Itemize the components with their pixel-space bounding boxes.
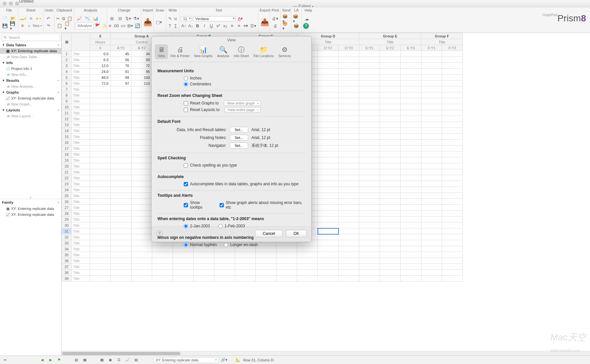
cell[interactable] bbox=[442, 240, 463, 246]
highlight-icon[interactable]: ▬▾ bbox=[20, 15, 27, 22]
cell[interactable] bbox=[380, 92, 401, 98]
cell[interactable] bbox=[131, 181, 152, 187]
cell[interactable] bbox=[442, 86, 463, 92]
row-title[interactable]: Title bbox=[72, 104, 90, 110]
cell[interactable] bbox=[339, 211, 359, 216]
cell[interactable] bbox=[442, 252, 463, 258]
cell[interactable] bbox=[152, 75, 173, 80]
row-title[interactable]: Title bbox=[72, 228, 90, 234]
view2-icon[interactable]: ▦ bbox=[82, 357, 88, 363]
font-color-icon[interactable]: A▾ bbox=[237, 15, 244, 22]
cell[interactable] bbox=[276, 169, 297, 175]
cell[interactable] bbox=[256, 151, 276, 157]
cell[interactable] bbox=[318, 199, 339, 205]
cell[interactable]: 6.0 bbox=[90, 57, 111, 63]
cell[interactable] bbox=[297, 258, 318, 264]
cell[interactable] bbox=[297, 69, 318, 75]
col-delete-icon[interactable]: ⊟ bbox=[117, 15, 124, 22]
cell[interactable] bbox=[194, 98, 214, 104]
cell[interactable] bbox=[152, 146, 173, 151]
cell[interactable] bbox=[173, 175, 194, 181]
cell[interactable] bbox=[318, 240, 339, 246]
cell[interactable] bbox=[131, 175, 152, 181]
cell[interactable] bbox=[297, 98, 318, 104]
cell[interactable] bbox=[359, 276, 380, 282]
row-number[interactable]: 2 bbox=[62, 57, 72, 63]
cell[interactable] bbox=[214, 276, 235, 282]
cell[interactable] bbox=[90, 240, 111, 246]
cell[interactable] bbox=[256, 169, 276, 175]
row-title[interactable]: Title bbox=[72, 98, 90, 104]
cell[interactable] bbox=[318, 175, 339, 181]
row-number[interactable]: 18 bbox=[62, 151, 72, 157]
cell[interactable] bbox=[90, 151, 111, 157]
cell[interactable] bbox=[359, 187, 380, 193]
cell[interactable] bbox=[318, 234, 339, 240]
pencil-icon[interactable]: ✎ bbox=[168, 15, 172, 22]
cell[interactable] bbox=[256, 175, 276, 181]
minimize-icon[interactable] bbox=[9, 2, 13, 6]
cell[interactable] bbox=[194, 140, 214, 146]
cell[interactable] bbox=[90, 205, 111, 211]
cell[interactable] bbox=[401, 98, 421, 104]
cell[interactable] bbox=[359, 205, 380, 211]
help-cloud-icon[interactable]: ☁ bbox=[303, 16, 310, 22]
cell[interactable] bbox=[421, 104, 442, 110]
cell[interactable] bbox=[297, 104, 318, 110]
mode3-icon[interactable]: ☰ bbox=[116, 357, 122, 363]
cell[interactable] bbox=[380, 75, 401, 80]
family-item-2[interactable]: 📈XY: Entering replicate data bbox=[0, 212, 61, 217]
group-title[interactable]: Title bbox=[297, 39, 359, 45]
cell[interactable] bbox=[421, 175, 442, 181]
row-number[interactable]: 1 bbox=[62, 51, 72, 57]
clipboard-icon[interactable]: 📋 bbox=[56, 23, 63, 29]
cell[interactable] bbox=[380, 193, 401, 199]
cell[interactable] bbox=[421, 80, 442, 86]
cell[interactable] bbox=[318, 110, 339, 116]
cell[interactable] bbox=[131, 222, 152, 228]
cell[interactable] bbox=[256, 252, 276, 258]
cell[interactable] bbox=[339, 234, 359, 240]
cell[interactable] bbox=[442, 246, 463, 252]
cell[interactable] bbox=[194, 211, 214, 216]
cell[interactable] bbox=[111, 246, 131, 252]
cell[interactable] bbox=[111, 146, 131, 151]
cell[interactable] bbox=[152, 57, 173, 63]
cell[interactable] bbox=[214, 110, 235, 116]
row-title[interactable]: Title bbox=[72, 181, 90, 187]
cell[interactable] bbox=[401, 222, 421, 228]
cell[interactable] bbox=[235, 151, 256, 157]
cell[interactable] bbox=[380, 234, 401, 240]
cell[interactable] bbox=[111, 169, 131, 175]
cell[interactable] bbox=[111, 199, 131, 205]
cell[interactable] bbox=[401, 211, 421, 216]
cell[interactable] bbox=[442, 181, 463, 187]
cell[interactable] bbox=[339, 246, 359, 252]
cell[interactable] bbox=[442, 151, 463, 157]
cell[interactable] bbox=[442, 146, 463, 151]
row-number[interactable]: 16 bbox=[62, 140, 72, 146]
cell[interactable] bbox=[111, 222, 131, 228]
cell[interactable] bbox=[90, 92, 111, 98]
cell[interactable] bbox=[256, 75, 276, 80]
cell[interactable] bbox=[380, 51, 401, 57]
cell[interactable] bbox=[421, 116, 442, 122]
cell[interactable] bbox=[173, 134, 194, 140]
cell[interactable] bbox=[359, 252, 380, 258]
cell[interactable] bbox=[442, 104, 463, 110]
cell[interactable] bbox=[90, 140, 111, 146]
cell[interactable] bbox=[173, 140, 194, 146]
cell[interactable] bbox=[214, 151, 235, 157]
cell[interactable] bbox=[194, 264, 214, 270]
cell[interactable] bbox=[152, 80, 173, 86]
subcol-header[interactable]: F:Y2 bbox=[442, 45, 463, 51]
subscript-icon[interactable]: x₂ bbox=[222, 23, 228, 29]
row-number[interactable]: 9 bbox=[62, 98, 72, 104]
cell[interactable] bbox=[401, 140, 421, 146]
cell[interactable] bbox=[318, 193, 339, 199]
font-size-select[interactable]: 11▾ bbox=[181, 16, 192, 21]
horizontal-scrollbar[interactable] bbox=[61, 351, 590, 355]
cell[interactable] bbox=[421, 86, 442, 92]
save-icon[interactable]: 💾 bbox=[1, 23, 9, 29]
row-title[interactable]: Title bbox=[72, 92, 90, 98]
